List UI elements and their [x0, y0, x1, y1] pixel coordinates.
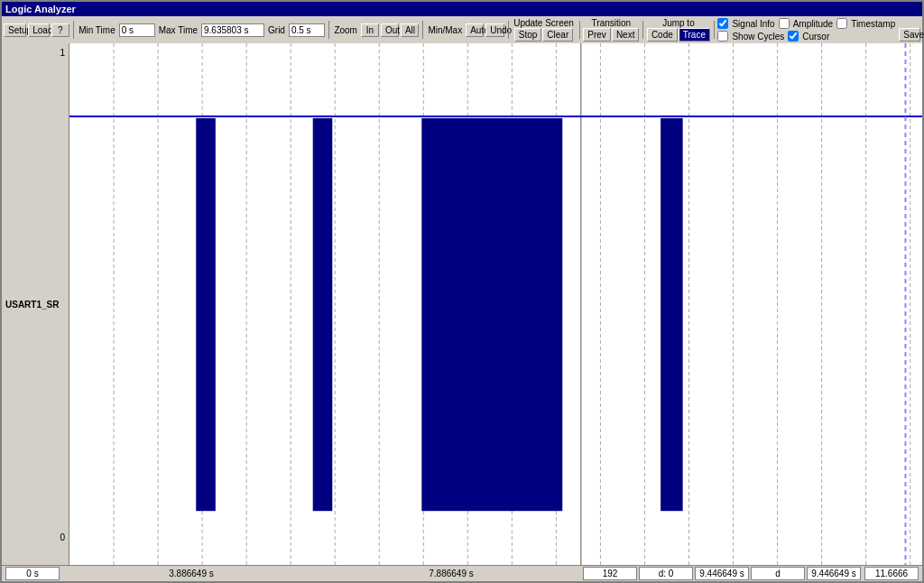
load-button[interactable]: Load...: [28, 23, 49, 37]
signal-label-usart1: USART1_SR: [2, 43, 69, 565]
undo-button[interactable]: Undo: [485, 23, 504, 37]
time-start-status: 0 s: [5, 567, 60, 580]
signal-labels-panel: 1 USART1_SR 0: [2, 43, 69, 565]
zoom-label: Zoom: [332, 25, 359, 35]
trace-button[interactable]: Trace: [679, 28, 710, 42]
time-mid2-value: 7.886649 s: [429, 569, 474, 578]
transition-group: Transition Prev Next: [583, 18, 639, 42]
toolbar-row1: Setup... Load... ? Min Time Max Time Gri…: [2, 16, 922, 43]
min-time-input[interactable]: [119, 23, 155, 37]
svg-rect-28: [661, 118, 683, 511]
zoom-in-button[interactable]: In: [361, 23, 379, 37]
min-time-label: Min Time: [77, 25, 117, 35]
update-screen-label: Update Screen: [512, 18, 576, 28]
cursor2-status: 9.446649 s: [807, 567, 861, 580]
chart-svg: [69, 43, 922, 565]
jump-group: Jump to Code Trace: [647, 18, 710, 42]
y-axis-bottom: 0: [60, 532, 65, 542]
main-window: Logic Analyzer Setup... Load... ? Min Ti…: [0, 0, 924, 583]
auto-button[interactable]: Auto: [466, 23, 484, 37]
timestamp-label: Timestamp: [849, 19, 897, 29]
show-cycles-check[interactable]: [717, 31, 728, 42]
svg-rect-22: [196, 118, 216, 511]
main-content: 1 USART1_SR 0: [2, 43, 922, 565]
clear-button[interactable]: Clear: [542, 28, 573, 42]
max-time-label: Max Time: [157, 25, 199, 35]
setup-button[interactable]: Setup...: [4, 23, 26, 37]
amplitude-check[interactable]: [779, 18, 790, 29]
svg-rect-24: [313, 118, 333, 511]
update-screen-group: Update Screen Stop Clear: [512, 18, 576, 42]
time-mid2-status: 7.886649 s: [323, 569, 579, 578]
title-bar: Logic Analyzer: [2, 2, 922, 16]
time-end-status: 11.6666: [864, 567, 919, 580]
jump-label: Jump to: [661, 18, 697, 28]
window-title: Logic Analyzer: [5, 4, 76, 14]
jump-buttons: Code Trace: [647, 28, 710, 42]
transition-label: Transition: [590, 18, 633, 28]
time-mid-status: 3.886649 s: [63, 569, 319, 578]
save-button[interactable]: Save...: [899, 28, 920, 42]
stop-button[interactable]: Stop: [514, 28, 542, 42]
signal-info-label: Signal Info: [730, 19, 776, 29]
zoom-out-button[interactable]: Out: [381, 23, 399, 37]
grid-label: Grid: [266, 25, 287, 35]
checkboxes-group: Signal Info Amplitude Timestamp Show Cyc…: [717, 18, 897, 42]
jump-status-group: 192 d: 0 9.446649 s d 9.446649 s: [583, 567, 861, 580]
svg-rect-26: [421, 118, 562, 511]
amplitude-label: Amplitude: [791, 19, 835, 29]
minmax-label: Min/Max: [426, 25, 464, 35]
zoom-all-button[interactable]: All: [401, 23, 419, 37]
show-cycles-label: Show Cycles: [730, 32, 786, 42]
signal-name: USART1_SR: [5, 300, 59, 310]
d2-status: d: [751, 567, 805, 580]
cursor-check[interactable]: [788, 31, 799, 42]
transition-buttons: Prev Next: [583, 28, 639, 42]
code-button[interactable]: Code: [647, 28, 678, 42]
signal-info-check[interactable]: [717, 18, 728, 29]
grid-input[interactable]: [289, 23, 325, 37]
next-button[interactable]: Next: [612, 28, 640, 42]
chart-area[interactable]: [69, 43, 922, 565]
d-value-status: d: 0: [639, 567, 693, 580]
cursor-label: Cursor: [800, 32, 831, 42]
status-bar: 0 s 3.886649 s 7.886649 s 192 d: 0 9.446…: [2, 565, 922, 581]
prev-button[interactable]: Prev: [583, 28, 611, 42]
cursor1-status: 9.446649 s: [695, 567, 749, 580]
max-time-input[interactable]: [201, 23, 264, 37]
y-axis-top: 1: [60, 48, 65, 58]
update-screen-buttons: Stop Clear: [514, 28, 573, 42]
timestamp-check[interactable]: [836, 18, 847, 29]
jump-value-status: 192: [583, 567, 637, 580]
signal-info-group: Signal Info Amplitude Timestamp: [717, 18, 897, 29]
help-button[interactable]: ?: [51, 23, 69, 37]
show-cycles-group: Show Cycles Cursor: [717, 31, 897, 42]
time-mid-value: 3.886649 s: [169, 569, 214, 578]
